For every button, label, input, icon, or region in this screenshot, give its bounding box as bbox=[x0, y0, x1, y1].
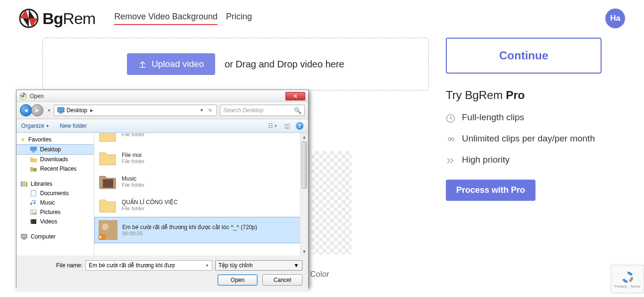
filename-input[interactable]: Em bé cười rất dễ thương khi đượ▼ bbox=[85, 260, 212, 271]
nav-back-button[interactable]: ◄ bbox=[20, 104, 32, 116]
aperture-icon bbox=[19, 8, 39, 28]
sidebar-item-documents[interactable]: Documents bbox=[17, 189, 94, 198]
feature-unlimited: Unlimited clips per day/per month bbox=[446, 133, 602, 144]
address-bar[interactable]: Desktop ▶ ▼↻ bbox=[54, 105, 217, 116]
dialog-title: Open bbox=[30, 93, 43, 99]
dialog-footer: File name: Em bé cười rất dễ thương khi … bbox=[17, 256, 308, 291]
nav-forward-button[interactable]: ► bbox=[31, 104, 43, 116]
file-row-folder[interactable]: QUẢN LÍ CÔNG VIỆCFile folder bbox=[94, 193, 308, 217]
header: BgRem Remove Video Background Pricing Ha bbox=[0, 0, 644, 34]
feature-priority: High priority bbox=[446, 155, 602, 165]
transparency-preview bbox=[311, 151, 351, 255]
svg-rect-9 bbox=[21, 182, 23, 187]
dialog-toolbar: Organize▼ New folder ☷▼ ◫ ? bbox=[17, 119, 308, 133]
file-type-filter[interactable]: Tệp tùy chỉnh▼ bbox=[215, 260, 302, 271]
dialog-body: ★Favorites Desktop Downloads Recent Plac… bbox=[17, 133, 308, 256]
svg-rect-12 bbox=[31, 190, 36, 196]
new-folder-button[interactable]: New folder bbox=[60, 123, 87, 129]
computer-icon bbox=[20, 233, 28, 240]
svg-point-8 bbox=[33, 168, 36, 171]
file-row-folder[interactable]: File moiFile folder bbox=[94, 146, 308, 170]
svg-rect-17 bbox=[31, 223, 32, 223]
file-row-folder[interactable]: MusicFile folder bbox=[94, 170, 308, 193]
nav-history-dropdown[interactable]: ▼ bbox=[47, 108, 51, 113]
continue-button[interactable]: Continue bbox=[446, 38, 602, 74]
folder-icon bbox=[98, 149, 117, 167]
svg-rect-11 bbox=[25, 182, 27, 187]
folder-icon bbox=[98, 133, 117, 143]
upload-button-label: Upload video bbox=[151, 59, 204, 69]
music-icon bbox=[30, 199, 37, 206]
svg-rect-18 bbox=[21, 234, 27, 238]
upload-dropzone[interactable]: Upload video or Drag and Drop video here bbox=[42, 38, 429, 91]
recaptcha-badge[interactable]: Privacy - Terms bbox=[611, 265, 644, 293]
svg-rect-7 bbox=[32, 151, 35, 152]
search-box[interactable]: Search Desktop 🔍 bbox=[220, 105, 305, 116]
path-segment[interactable]: Desktop bbox=[67, 107, 87, 114]
help-button[interactable]: ? bbox=[296, 122, 303, 130]
file-list-scrollbar[interactable]: ▲ ▼ bbox=[300, 133, 308, 256]
logo[interactable]: BgRem bbox=[19, 8, 95, 28]
fast-forward-icon bbox=[446, 156, 455, 165]
svg-rect-6 bbox=[30, 147, 37, 151]
desktop-icon bbox=[30, 146, 37, 153]
dialog-open-button[interactable]: Open bbox=[217, 274, 258, 286]
user-avatar[interactable]: Ha bbox=[605, 8, 625, 28]
organize-menu[interactable]: Organize▼ bbox=[21, 123, 50, 129]
tab-color[interactable]: Color bbox=[310, 270, 329, 279]
search-placeholder: Search Desktop bbox=[223, 107, 263, 114]
preview-pane-button[interactable]: ◫ bbox=[282, 122, 292, 130]
recaptcha-icon bbox=[620, 270, 635, 284]
recaptcha-privacy[interactable]: Privacy bbox=[615, 284, 627, 289]
dialog-close-button[interactable]: ✕ bbox=[285, 92, 305, 100]
scrollbar-thumb[interactable] bbox=[301, 141, 307, 189]
svg-rect-16 bbox=[31, 220, 32, 221]
file-row-video-selected[interactable]: Em bé cười rất dễ thương khi được cắt tó… bbox=[94, 217, 308, 243]
svg-rect-5 bbox=[59, 113, 62, 114]
folder-icon bbox=[98, 196, 117, 214]
sidebar-item-recent[interactable]: Recent Places bbox=[17, 164, 94, 173]
clock-icon bbox=[446, 114, 455, 123]
sidebar-item-downloads[interactable]: Downloads bbox=[17, 155, 94, 164]
path-dropdown[interactable]: ▼ bbox=[198, 108, 205, 113]
video-thumbnail bbox=[99, 220, 117, 240]
drop-text: or Drag and Drop video here bbox=[225, 59, 344, 70]
filename-label: File name: bbox=[22, 262, 83, 269]
sidebar-item-pictures[interactable]: Pictures bbox=[17, 207, 94, 217]
nav-remove-video-bg[interactable]: Remove Video Background bbox=[114, 12, 217, 25]
logo-text: BgRem bbox=[42, 9, 95, 28]
svg-point-22 bbox=[102, 223, 109, 230]
upload-video-button[interactable]: Upload video bbox=[127, 53, 215, 75]
recaptcha-terms[interactable]: Terms bbox=[630, 284, 641, 289]
sidebar-favorites-header[interactable]: ★Favorites bbox=[17, 135, 94, 144]
pictures-icon bbox=[30, 209, 37, 215]
upload-icon bbox=[138, 60, 147, 68]
sidebar-item-videos[interactable]: Videos bbox=[17, 217, 94, 226]
nav-pricing[interactable]: Pricing bbox=[226, 12, 252, 25]
process-with-pro-button[interactable]: Process with Pro bbox=[446, 180, 535, 201]
chrome-icon bbox=[19, 92, 27, 100]
right-panel: Continue Try BgRem Pro Full-length clips… bbox=[446, 38, 602, 279]
search-icon: 🔍 bbox=[294, 107, 301, 114]
path-arrow-icon[interactable]: ▶ bbox=[90, 108, 93, 113]
sidebar-item-music[interactable]: Music bbox=[17, 198, 94, 207]
view-options-button[interactable]: ☷▼ bbox=[268, 122, 278, 130]
nav: Remove Video Background Pricing bbox=[114, 12, 252, 25]
sidebar-computer-header[interactable]: Computer bbox=[17, 232, 94, 241]
svg-rect-4 bbox=[58, 107, 64, 112]
dialog-sidebar: ★Favorites Desktop Downloads Recent Plac… bbox=[17, 133, 94, 256]
document-icon bbox=[30, 190, 37, 197]
file-list: File folder File moiFile folder MusicFil… bbox=[94, 133, 308, 256]
dialog-nav-bar: ◄ ► ▼ Desktop ▶ ▼↻ Search Desktop 🔍 bbox=[17, 102, 308, 119]
desktop-icon bbox=[57, 107, 65, 114]
file-row-folder[interactable]: File folder bbox=[94, 133, 308, 146]
dialog-titlebar[interactable]: Open ✕ bbox=[17, 90, 308, 102]
sidebar-libraries-header[interactable]: Libraries bbox=[17, 179, 94, 189]
star-icon: ★ bbox=[20, 136, 25, 143]
sidebar-item-desktop[interactable]: Desktop bbox=[17, 144, 94, 155]
dialog-cancel-button[interactable]: Cancel bbox=[262, 274, 302, 286]
refresh-button[interactable]: ↻ bbox=[207, 108, 214, 113]
file-open-dialog: Open ✕ ◄ ► ▼ Desktop ▶ ▼↻ Search Desktop… bbox=[16, 90, 309, 288]
recent-icon bbox=[30, 165, 37, 172]
folder-icon bbox=[30, 156, 37, 163]
